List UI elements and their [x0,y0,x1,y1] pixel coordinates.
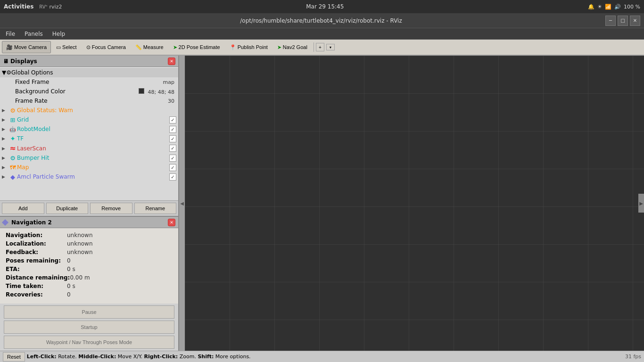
list-item[interactable]: ▶ ⚙ Bumper Hit ✓ [0,153,178,163]
nav-close-button[interactable]: ✕ [168,219,175,226]
item-checkbox[interactable]: ✓ [169,155,176,162]
hint-leftclick: Left-Click: Rotate. [27,354,78,360]
menu-help[interactable]: Help [49,30,69,38]
item-checkbox[interactable]: ✓ [169,135,176,142]
battery-label: 100 % [624,4,640,10]
window-controls[interactable]: ─ □ ✕ [605,16,640,26]
toolbar-plus-button[interactable]: + [316,43,324,51]
focus-camera-button[interactable]: ⊙ Focus Camera [82,41,130,53]
item-checkbox[interactable]: ✓ [169,173,176,181]
item-checkbox[interactable]: ✓ [169,126,176,133]
bg-color-swatch [139,88,144,94]
list-item[interactable]: ▶ ⚙ Global Status: Warn [0,106,178,115]
nav2-goal-label: Nav2 Goal [283,44,307,50]
item-icon-laser: ≈ [8,144,17,153]
status-bar: Reset Left-Click: Rotate. Middle-Click: … [0,351,644,362]
item-label: Map [17,164,93,171]
volume-icon: 🔊 [614,4,621,10]
publish-point-button[interactable]: 📍 Publish Point [225,41,272,53]
duplicate-button[interactable]: Duplicate [46,203,89,214]
item-checkbox[interactable]: ✓ [169,116,176,123]
displays-panel: 🖥 Displays ✕ ▼ ⚙ Global Options Fixed Fr… [0,56,178,216]
app-icon: RVⁿ [39,4,47,9]
nav-diamond-icon [2,219,8,225]
eta-row: ETA: 0 s [6,266,173,272]
list-item[interactable]: ▶ ✦ TF ✓ [0,134,178,143]
item-toggle: ▶ [2,156,8,160]
nav2-goal-icon: ➤ [277,44,281,50]
close-button[interactable]: ✕ [630,16,640,26]
item-toggle: ▶ [2,108,8,113]
item-toggle: ▶ [2,174,8,179]
viewport-right-collapse[interactable]: ▶ [638,194,644,213]
pause-button[interactable]: Pause [4,305,174,319]
viewport-3d[interactable]: ▶ [185,56,644,351]
displays-buttons: Add Duplicate Remove Rename [0,200,178,216]
main-area: 🖥 Displays ✕ ▼ ⚙ Global Options Fixed Fr… [0,56,644,351]
datetime-label: Mar 29 15:45 [62,3,588,10]
reset-button[interactable]: Reset [3,352,25,362]
frame-rate-row[interactable]: Frame Rate 30 [0,96,178,106]
nav2-goal-button[interactable]: ➤ Nav2 Goal [273,41,312,53]
item-icon-amcl: ◆ [8,173,17,181]
minimize-button[interactable]: ─ [605,16,616,26]
title-bar: /opt/ros/humble/share/turtlebot4_viz/rvi… [0,13,644,28]
startup-button[interactable]: Startup [4,321,174,334]
item-checkbox[interactable]: ✓ [169,164,176,171]
displays-icon: 🖥 [3,58,8,65]
toolbar-arrow-group: ▼ [326,44,335,50]
nav-panel-header: Navigation 2 ✕ [0,217,178,228]
hint-rightclick: Right-Click: Zoom. [144,354,198,360]
rename-button[interactable]: Rename [134,203,177,214]
activities-button[interactable]: Activities [4,3,33,10]
toolbar-dropdown-button[interactable]: ▼ [326,44,335,50]
move-camera-label: Move Camera [14,44,47,50]
list-item[interactable]: ▶ ≈ LaserScan ✓ [0,143,178,153]
item-toggle: ▶ [2,127,8,132]
item-icon-robotmodel: 🤖 [8,126,17,132]
move-camera-button[interactable]: 🎥 Move Camera [2,41,51,53]
nav-buttons: Pause Startup Waypoint / Nav Through Pos… [0,304,178,351]
remove-button[interactable]: Remove [90,203,132,214]
item-checkbox[interactable]: ✓ [169,145,176,152]
bg-color-row[interactable]: Background Color 48; 48; 48 [0,87,178,96]
add-button[interactable]: Add [2,203,44,214]
focus-camera-icon: ⊙ [86,44,91,50]
app-name-text: rviz2 [50,4,62,10]
distance-remaining-row: Distance remaining: 0.00 m [6,274,173,281]
fixed-frame-row[interactable]: Fixed Frame map [0,77,178,87]
select-button[interactable]: ▭ Select [52,41,81,53]
displays-panel-header: 🖥 Displays ✕ [0,56,178,67]
window-title: /opt/ros/humble/share/turtlebot4_viz/rvi… [37,17,605,24]
item-icon-map: 🗺 [8,164,17,171]
waypoint-button[interactable]: Waypoint / Nav Through Poses Mode [4,336,174,349]
panel-collapse-arrow[interactable]: ◀ [179,56,185,351]
svg-rect-1 [185,56,644,351]
select-label: Select [62,44,77,50]
item-icon-teal: ⊞ [8,116,17,123]
item-toggle: ▶ [2,136,8,141]
left-panel: 🖥 Displays ✕ ▼ ⚙ Global Options Fixed Fr… [0,56,179,351]
measure-icon: 📏 [135,44,142,50]
maximize-button[interactable]: □ [618,16,628,26]
global-options-section[interactable]: ▼ ⚙ Global Options [0,68,178,77]
grid-canvas [185,56,644,351]
list-item[interactable]: ▶ ⊞ Grid ✓ [0,115,178,124]
menu-bar: File Panels Help [0,28,644,40]
list-item[interactable]: ▶ 🗺 Map ✓ [0,163,178,172]
item-label: TF [17,135,93,142]
list-item[interactable]: ▶ ◆ Amcl Particle Swarm ✓ [0,172,178,181]
displays-close-button[interactable]: ✕ [168,58,175,65]
measure-button[interactable]: 📏 Measure [131,41,168,53]
list-item[interactable]: ▶ 🤖 RobotModel ✓ [0,124,178,134]
nav-panel: Navigation 2 ✕ Navigation: unknown Local… [0,216,178,351]
menu-panels[interactable]: Panels [21,30,47,38]
wifi-icon: 📶 [605,4,611,10]
displays-tree: ▼ ⚙ Global Options Fixed Frame map Backg… [0,67,178,200]
hint-shift: Shift: More options. [198,354,250,360]
menu-file[interactable]: File [2,30,19,38]
move-camera-icon: 🎥 [6,44,13,50]
recoveries-row: Recoveries: 0 [6,291,173,298]
pose-estimate-button[interactable]: ➤ 2D Pose Estimate [169,41,224,53]
item-label: Grid [17,116,93,123]
